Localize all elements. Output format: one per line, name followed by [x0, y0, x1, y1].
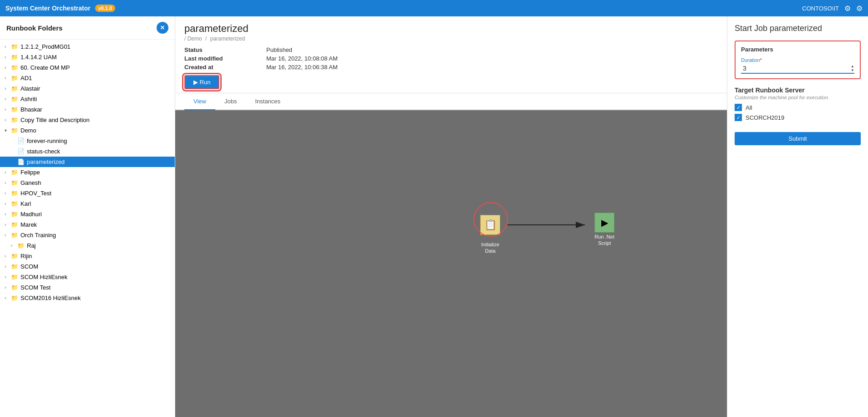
- chevron-icon: ›: [5, 86, 11, 91]
- folder-icon: 📁: [11, 54, 18, 61]
- sidebar-item-folder-60[interactable]: ›📁60. Create OM MP: [0, 62, 175, 73]
- item-label: Madhuri: [20, 211, 42, 218]
- chevron-icon: ›: [5, 191, 11, 196]
- target-subtitle: Customize the machine pool for execution…: [735, 95, 861, 100]
- sidebar-item-file-parameterized[interactable]: 📄parameterized: [0, 157, 175, 167]
- breadcrumb-current: parameterized: [210, 36, 245, 42]
- sidebar-item-folder-bhaskar[interactable]: ›📁Bhaskar: [0, 104, 175, 115]
- item-label: SCOM: [20, 263, 38, 270]
- sidebar-item-folder-alastair[interactable]: ›📁Alastair: [0, 83, 175, 94]
- sidebar-item-folder-demo[interactable]: ▾📁Demo: [0, 125, 175, 136]
- sidebar-item-folder-copytitle[interactable]: ›📁Copy Title and Description: [0, 115, 175, 125]
- duration-input[interactable]: [741, 64, 851, 73]
- init-node-icon: 📋: [480, 215, 500, 235]
- folder-icon: 📁: [11, 106, 18, 113]
- chevron-icon: ›: [5, 254, 11, 259]
- chevron-icon: ›: [5, 170, 11, 175]
- chevron-icon: ›: [5, 55, 11, 60]
- file-icon: 📄: [17, 148, 25, 155]
- sidebar-item-folder-felippe[interactable]: ›📁Felippe: [0, 167, 175, 178]
- workflow-node-netscript[interactable]: ▶ Run .NetScript: [589, 213, 620, 247]
- chevron-icon: ›: [5, 117, 11, 122]
- right-panel: Start Job parameterized Parameters Durat…: [727, 16, 868, 417]
- checkbox-scorch2019[interactable]: ✓: [735, 114, 742, 121]
- sidebar-item-folder-madhuri[interactable]: ›📁Madhuri: [0, 209, 175, 219]
- params-box-title: Parameters: [741, 46, 854, 53]
- sidebar-item-folder-orch[interactable]: ›📁Orch Training: [0, 230, 175, 240]
- sidebar-item-folder-scom[interactable]: ›📁SCOM: [0, 261, 175, 272]
- item-label: 1.4.14.2 UAM: [20, 54, 57, 61]
- tab-view[interactable]: View: [184, 93, 215, 110]
- checkbox-all[interactable]: ✓: [735, 104, 742, 111]
- item-label: Alastair: [20, 85, 40, 92]
- workflow-node-init[interactable]: 📋 InitializeData: [474, 209, 506, 254]
- item-label: Demo: [20, 127, 36, 134]
- sidebar-item-folder-hpov[interactable]: ›📁HPOV_Test: [0, 188, 175, 198]
- sidebar-tree: ›📁1.2.1.2_ProdMG01›📁1.4.14.2 UAM›📁60. Cr…: [0, 40, 175, 417]
- sidebar-item-folder-scomtest[interactable]: ›📁SCOM Test: [0, 282, 175, 293]
- sidebar-item-folder-scom2016[interactable]: ›📁SCOM2016 HizliEsnek: [0, 293, 175, 303]
- item-label: parameterized: [27, 158, 65, 165]
- panel-title-name: parameterized: [770, 24, 822, 33]
- file-icon: 📄: [17, 158, 25, 165]
- sidebar-close-button[interactable]: ×: [157, 22, 168, 34]
- chevron-icon: ›: [5, 285, 11, 290]
- sidebar-title: Runbook Folders: [6, 24, 62, 32]
- duration-input-row: ▲ ▼: [741, 64, 854, 74]
- sidebar-item-folder-ashriti[interactable]: ›📁Ashriti: [0, 94, 175, 104]
- submit-button[interactable]: Submit: [735, 132, 861, 145]
- folder-icon: 📁: [11, 295, 18, 301]
- netscript-node-icon: ▶: [594, 213, 614, 233]
- item-label: Rijin: [20, 253, 32, 259]
- tab-instances[interactable]: Instances: [246, 93, 289, 110]
- content-area: parameterized / Demo / parameterized Sta…: [175, 16, 727, 417]
- folder-icon: 📁: [11, 232, 18, 239]
- panel-title-prefix: Start Job: [735, 24, 767, 33]
- sidebar-item-folder-ganesh[interactable]: ›📁Ganesh: [0, 178, 175, 188]
- item-label: 60. Create OM MP: [20, 64, 70, 71]
- folder-icon: 📁: [11, 211, 18, 218]
- item-label: AD1: [20, 75, 32, 81]
- runbook-title: parameterized: [184, 23, 718, 35]
- folder-icon: 📁: [11, 43, 18, 50]
- sidebar-item-folder-1212[interactable]: ›📁1.2.1.2_ProdMG01: [0, 41, 175, 52]
- parameters-box: Parameters Duration* ▲ ▼: [735, 41, 861, 79]
- folder-icon: 📁: [11, 221, 18, 228]
- chevron-icon: ›: [5, 107, 11, 112]
- folder-icon: 📁: [17, 242, 25, 249]
- sidebar-item-file-status[interactable]: 📄status-check: [0, 146, 175, 157]
- chevron-icon: ›: [5, 44, 11, 49]
- item-label: forever-running: [27, 137, 67, 144]
- sidebar-item-folder-1414[interactable]: ›📁1.4.14.2 UAM: [0, 52, 175, 62]
- folder-icon: 📁: [11, 190, 18, 197]
- item-label: Orch Training: [20, 232, 56, 239]
- tabs-bar: ViewJobsInstances: [175, 93, 727, 110]
- folder-icon: 📁: [11, 117, 18, 123]
- panel-title: Start Job parameterized: [735, 24, 861, 33]
- sidebar-item-folder-rijin[interactable]: ›📁Rijin: [0, 251, 175, 261]
- checkbox-scorch2019-label: SCORCH2019: [746, 114, 784, 121]
- last-modified-label: Last modified: [184, 55, 266, 62]
- settings-icon[interactable]: ⚙: [844, 4, 851, 13]
- item-label: Karl: [20, 200, 31, 207]
- sidebar-item-folder-ad1[interactable]: ›📁AD1: [0, 73, 175, 83]
- topbar: System Center Orchestrator v0.1.0 CONTOS…: [0, 0, 868, 16]
- item-label: Felippe: [20, 169, 40, 176]
- topbar-user: CONTOSO\IT: [802, 5, 839, 12]
- sidebar-item-folder-karl[interactable]: ›📁Karl: [0, 198, 175, 209]
- item-label: SCOM2016 HizliEsnek: [20, 295, 81, 301]
- chevron-icon: ›: [5, 180, 11, 185]
- duration-spinner[interactable]: ▲ ▼: [851, 64, 854, 72]
- sidebar-item-folder-marek[interactable]: ›📁Marek: [0, 219, 175, 230]
- gear-icon[interactable]: ⚙: [856, 4, 863, 13]
- sidebar-item-file-forever[interactable]: 📄forever-running: [0, 136, 175, 146]
- status-value: Published: [266, 46, 718, 53]
- checkbox-all-label: All: [746, 104, 752, 111]
- tab-jobs[interactable]: Jobs: [215, 93, 246, 110]
- item-label: Bhaskar: [20, 106, 42, 113]
- sidebar-item-folder-scomhizli[interactable]: ›📁SCOM HizliEsnek: [0, 272, 175, 282]
- sidebar-item-folder-raj[interactable]: ›📁Raj: [0, 240, 175, 251]
- item-label: Ganesh: [20, 179, 41, 186]
- run-button[interactable]: ▶ Run: [184, 75, 219, 89]
- checkbox-all-row: ✓ All: [735, 104, 861, 111]
